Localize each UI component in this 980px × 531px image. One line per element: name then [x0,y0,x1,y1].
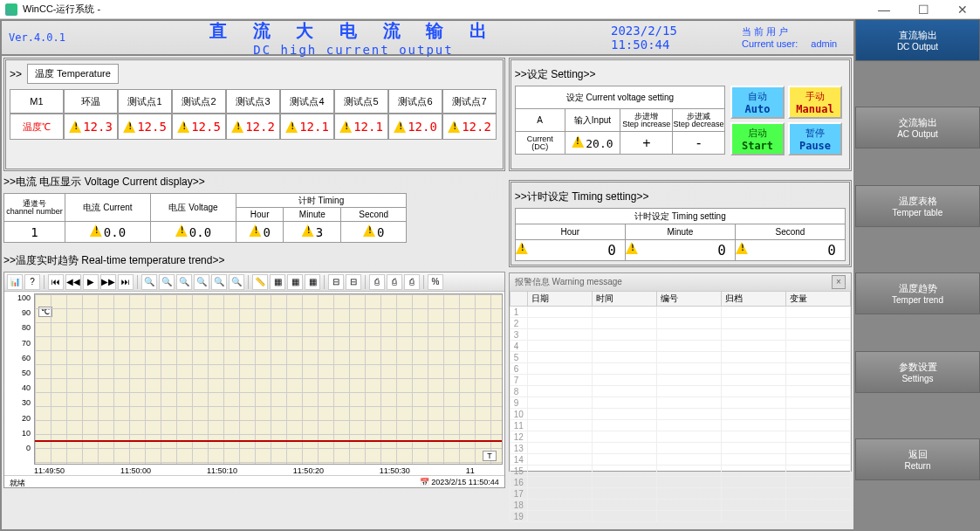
zoom-icon[interactable]: 🔍 [211,274,227,290]
toolbar-btn[interactable]: ▦ [305,274,320,290]
toolbar-btn[interactable]: ⎙ [369,274,385,290]
toolbar-btn[interactable]: ? [24,274,40,290]
toolbar-btn[interactable]: 📊 [7,274,23,290]
minimize-button[interactable]: — [871,3,897,17]
warning-table[interactable]: 日期时间编号归档变量 12345678910111213141516171819 [510,291,851,522]
nav-return[interactable]: 返回Return [855,438,980,480]
warning-icon [231,121,243,133]
temp-col-header: 测试点1 [118,89,172,114]
toolbar-btn[interactable]: ⊟ [328,274,344,290]
step-increase-button[interactable]: + [620,132,673,155]
close-button[interactable]: ✕ [950,3,975,17]
toolbar-btn[interactable]: ⎙ [387,274,402,290]
warning-title: 报警信息 Warning message [515,276,622,288]
temp-col-header: 测试点5 [334,89,388,114]
nav-temper-table[interactable]: 温度表格Temper table [855,185,980,227]
last-icon[interactable]: ⏭ [118,274,134,290]
current-user-label-en: Current user: [742,38,798,49]
table-row[interactable]: 17 [510,488,850,500]
table-row[interactable]: 15 [510,465,850,477]
timing-second[interactable]: 0 [735,240,845,261]
warning-icon [177,121,189,133]
zoom-in-icon[interactable]: 🔍 [141,274,157,290]
warning-panel: 报警信息 Warning message × 日期时间编号归档变量 123456… [509,272,852,472]
warning-icon [249,224,261,237]
nav-ac-output[interactable]: 交流输出AC Output [855,107,980,148]
warning-icon [363,224,375,237]
temp-value: 12.5 [172,114,226,140]
chart-toolbar: 📊 ? ⏮ ◀◀ ▶ ▶▶ ⏭ 🔍 🔍 🔍 🔍 🔍 🔍 📏 [4,272,504,292]
zoom-out-icon[interactable]: 🔍 [159,274,175,290]
table-row[interactable]: 3 [510,329,850,341]
warning-icon [285,121,298,133]
temperature-panel: >> 温度 Temperature M1环温测试点1测试点2测试点3测试点4测试… [3,58,505,171]
table-row[interactable]: 8 [510,386,850,397]
table-row[interactable]: 1 [510,307,850,318]
table-row[interactable]: 14 [510,454,850,465]
table-row[interactable]: 10 [510,409,850,420]
table-row[interactable]: 9 [510,397,850,409]
warning-icon [394,121,406,133]
table-row[interactable]: 4 [510,341,850,352]
table-row[interactable]: 7 [510,375,850,386]
percent-icon[interactable]: % [428,274,443,290]
toolbar-btn[interactable]: ⎙ [404,274,420,290]
timing-minute[interactable]: 0 [625,240,735,261]
toolbar-btn[interactable]: ⊟ [346,274,361,290]
zoom-icon[interactable]: 🔍 [194,274,209,290]
chart-line [35,440,502,442]
maximize-button[interactable]: ☐ [911,3,936,17]
temp-col-header: 测试点4 [280,89,334,114]
setting-label: >>设定 Setting>> [515,67,846,82]
table-row[interactable]: 12 [510,431,850,443]
nav-settings[interactable]: 参数设置Settings [855,351,980,393]
table-row[interactable]: 5 [510,352,850,363]
cv-title: 设定 Current voltage setting [515,86,724,109]
warning-icon [69,121,81,133]
table-row[interactable]: 2 [510,318,850,329]
auto-button[interactable]: 自动Auto [730,86,785,119]
play-icon[interactable]: ▶ [83,274,99,290]
warning-icon [302,224,314,237]
timing-panel: >>计时设定 Timing setting>> 计时设定 Timing sett… [509,180,852,267]
pause-button[interactable]: 暂停Pause [788,122,842,155]
toolbar-btn[interactable]: ▦ [287,274,303,290]
table-row[interactable]: 16 [510,477,850,488]
nav-sidebar: 直流输出DC Output交流输出AC Output温度表格Temper tab… [855,19,980,531]
close-icon[interactable]: × [832,275,846,289]
temp-value: 12.0 [388,114,442,140]
nav-temper-trend[interactable]: 温度趋势Temper trend [855,272,980,314]
channel-value: 1 [4,222,65,243]
warning-icon [339,121,352,133]
current-input[interactable]: 20.0 [565,132,620,155]
temp-value: 12.1 [334,114,388,140]
voltage-value: 0.0 [151,222,236,243]
next-icon[interactable]: ▶▶ [100,274,116,290]
version-label: Ver.4.0.1 [9,31,96,44]
table-row[interactable]: 19 [510,511,850,522]
prev-icon[interactable]: ◀◀ [65,274,81,290]
warning-icon [572,135,584,148]
zoom-icon[interactable]: 🔍 [176,274,192,290]
page-title-cn: 直 流 大 电 流 输 出 [96,19,611,43]
step-decrease-button[interactable]: - [673,132,725,155]
timing-hour[interactable]: 0 [515,240,625,261]
chart-plot[interactable]: ℃ T [34,293,503,465]
app-header: Ver.4.0.1 直 流 大 电 流 输 出 DC high current … [2,21,853,56]
zoom-icon[interactable]: 🔍 [229,274,244,290]
tab-temperature[interactable]: 温度 Temperature [27,64,119,84]
table-row[interactable]: 11 [510,420,850,431]
table-row[interactable]: 13 [510,443,850,454]
table-row[interactable]: 6 [510,363,850,375]
temp-value: 12.5 [118,114,172,140]
start-button[interactable]: 启动Start [730,122,785,155]
table-row[interactable]: 18 [510,500,850,511]
toolbar-btn[interactable]: ▦ [270,274,285,290]
nav-dc-output[interactable]: 直流输出DC Output [855,19,980,61]
warning-icon [626,242,638,254]
current-user: admin [811,38,837,49]
manual-button[interactable]: 手动Manual [788,86,842,119]
app-icon [5,3,17,16]
first-icon[interactable]: ⏮ [48,274,64,290]
ruler-icon[interactable]: 📏 [252,274,268,290]
